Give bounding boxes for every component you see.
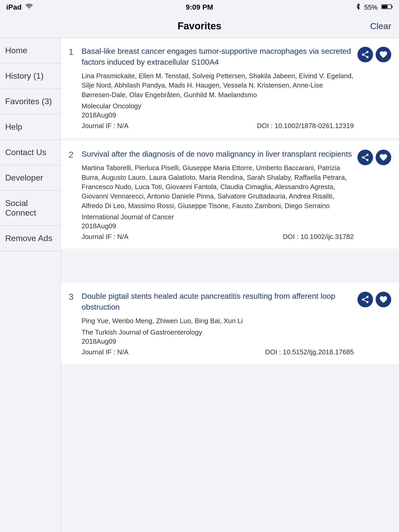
svg-point-9 <box>362 156 364 159</box>
article-doi-2: DOI : 10.1002/ijc.31782 <box>283 233 354 241</box>
article-date-2: 2018Aug09 <box>82 222 354 230</box>
sidebar-item-contact-us[interactable]: Contact Us <box>0 140 61 165</box>
svg-line-12 <box>364 155 367 157</box>
status-time: 9:09 PM <box>186 3 213 11</box>
article-actions-2 <box>357 149 391 165</box>
article-journal-2: International Journal of Cancer <box>82 213 354 221</box>
battery-icon <box>381 3 393 11</box>
status-bar: iPad 9:09 PM 55% <box>0 0 399 15</box>
svg-line-17 <box>364 297 367 299</box>
article-actions-3 <box>357 291 391 307</box>
article-if-3: Journal IF : N/A <box>82 348 129 356</box>
article-actions-1 <box>357 46 391 62</box>
article-if-1: Journal IF : N/A <box>82 122 129 130</box>
article-content-3: Double pigtail stents healed acute pancr… <box>82 291 354 356</box>
svg-point-3 <box>366 51 369 53</box>
sidebar-item-help[interactable]: Help <box>0 114 61 140</box>
device-label: iPad <box>6 3 22 11</box>
article-journal-1: Molecular Oncology <box>82 102 354 110</box>
status-left: iPad <box>6 3 33 11</box>
svg-point-13 <box>366 296 369 298</box>
share-button-1[interactable] <box>357 47 373 62</box>
svg-line-6 <box>364 55 367 57</box>
nav-title: Favorites <box>178 21 222 32</box>
article-journal-3: The Turkish Journal of Gastroenterology <box>82 328 354 336</box>
article-doi-3: DOI : 10.5152/tjg.2018.17685 <box>265 348 354 356</box>
svg-rect-1 <box>391 6 393 8</box>
svg-line-7 <box>364 52 367 54</box>
favorite-button-2[interactable] <box>376 150 391 165</box>
article-authors-3: Ping Yue, Wenbo Meng, Zhiwen Luo, Bing B… <box>82 316 354 325</box>
svg-rect-2 <box>382 5 388 8</box>
sidebar-item-history[interactable]: History (1) <box>0 63 61 89</box>
svg-point-5 <box>366 56 369 58</box>
spacer-1 <box>61 252 399 283</box>
bottom-spacer <box>61 367 399 523</box>
sidebar-item-favorites[interactable]: Favorites (3) <box>0 89 61 114</box>
article-number-1: 1 <box>69 47 82 57</box>
article-if-2: Journal IF : N/A <box>82 233 129 241</box>
content-area: 1 Basal-like breast cancer engages tumor… <box>61 38 399 532</box>
sidebar-item-remove-ads[interactable]: Remove Ads <box>0 226 61 251</box>
battery-percent: 55% <box>364 3 378 11</box>
article-number-3: 3 <box>69 292 82 302</box>
sidebar-item-social-connect[interactable]: Social Connect <box>0 191 61 226</box>
article-content-2: Survival after the diagnosis of de novo … <box>82 149 354 241</box>
article-authors-1: Lina Prasmickaite, Ellen M. Tenstad, Sol… <box>82 71 354 99</box>
nav-bar: Favorites Clear <box>0 15 399 38</box>
share-button-2[interactable] <box>357 150 373 165</box>
status-right: 55% <box>356 3 393 12</box>
wifi-icon <box>25 3 33 11</box>
svg-point-8 <box>366 154 369 156</box>
bluetooth-icon <box>356 3 361 12</box>
article-card-3: 3 Double pigtail stents healed acute pan… <box>61 283 399 364</box>
article-date-1: 2018Aug09 <box>82 111 354 119</box>
clear-button[interactable]: Clear <box>370 21 391 31</box>
article-title-1[interactable]: Basal-like breast cancer engages tumor-s… <box>82 46 354 68</box>
svg-point-15 <box>366 301 369 303</box>
main-layout: Home History (1) Favorites (3) Help Cont… <box>0 38 399 532</box>
svg-point-10 <box>366 159 369 161</box>
article-doi-1: DOI : 10.1002/1878-0261.12319 <box>257 122 354 130</box>
favorite-button-3[interactable] <box>376 292 391 307</box>
svg-line-16 <box>364 300 367 302</box>
article-date-3: 2018Aug09 <box>82 337 354 345</box>
svg-point-4 <box>362 54 364 56</box>
svg-point-14 <box>362 298 364 301</box>
article-meta-3: Journal IF : N/A DOI : 10.5152/tjg.2018.… <box>82 348 354 356</box>
article-content-1: Basal-like breast cancer engages tumor-s… <box>82 46 354 130</box>
sidebar-item-developer[interactable]: Developer <box>0 165 61 191</box>
article-meta-1: Journal IF : N/A DOI : 10.1002/1878-0261… <box>82 122 354 130</box>
article-card-2: 2 Survival after the diagnosis of de nov… <box>61 141 399 249</box>
article-meta-2: Journal IF : N/A DOI : 10.1002/ijc.31782 <box>82 233 354 241</box>
article-card-1: 1 Basal-like breast cancer engages tumor… <box>61 38 399 138</box>
article-number-2: 2 <box>69 150 82 160</box>
sidebar: Home History (1) Favorites (3) Help Cont… <box>0 38 61 532</box>
article-title-2[interactable]: Survival after the diagnosis of de novo … <box>82 149 354 159</box>
share-button-3[interactable] <box>357 292 373 307</box>
favorite-button-1[interactable] <box>376 47 391 62</box>
article-authors-2: Martina Taborelli, Pierluca Piselli, Giu… <box>82 163 354 210</box>
article-title-3[interactable]: Double pigtail stents healed acute pancr… <box>82 291 354 312</box>
sidebar-item-home[interactable]: Home <box>0 38 61 63</box>
svg-line-11 <box>364 158 367 159</box>
